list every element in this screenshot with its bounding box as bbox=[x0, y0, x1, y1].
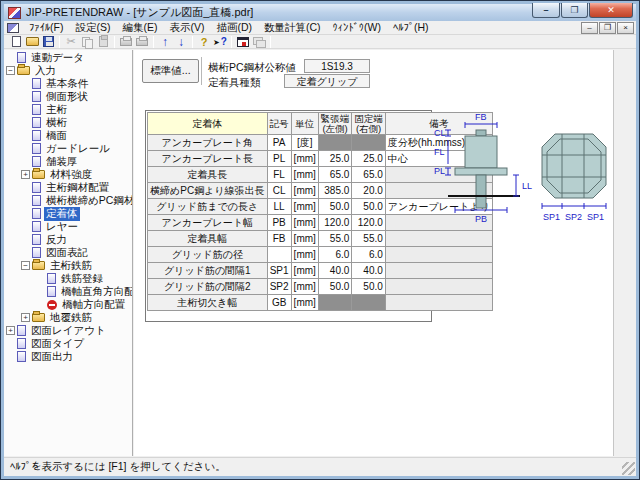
document-icon bbox=[32, 234, 41, 245]
open-button[interactable] bbox=[24, 35, 40, 48]
tree-item-side-shape[interactable]: 側面形状 bbox=[4, 90, 132, 103]
menu-edit[interactable]: 編集(E) bbox=[116, 21, 163, 34]
tree-item-guardrail[interactable]: ガードレール bbox=[4, 142, 132, 155]
menu-window[interactable]: ｳｨﾝﾄﾞｳ(W) bbox=[327, 21, 387, 34]
cell-left[interactable]: 120.0 bbox=[318, 215, 352, 231]
cell-right[interactable]: 65.0 bbox=[352, 167, 386, 183]
print-preview-button bbox=[134, 35, 150, 48]
mdi-restore-button[interactable]: ❐ bbox=[599, 22, 616, 34]
new-document-icon bbox=[12, 36, 21, 47]
cell-note[interactable] bbox=[385, 295, 492, 311]
tree-item-drawing-type[interactable]: 図面タイプ bbox=[4, 337, 132, 350]
table-row: 主桁切欠き幅 GB [mm] bbox=[148, 295, 493, 311]
cell-right[interactable]: 20.0 bbox=[352, 183, 386, 199]
tree-item-reaction[interactable]: 反力 bbox=[4, 233, 132, 246]
menu-quantity[interactable]: 数量計算(C) bbox=[258, 21, 327, 34]
cell-right[interactable]: 50.0 bbox=[352, 199, 386, 215]
tree-item-cross-girder[interactable]: 横桁 bbox=[4, 116, 132, 129]
cell-left[interactable]: 65.0 bbox=[318, 167, 352, 183]
cell-left[interactable]: 40.0 bbox=[318, 263, 352, 279]
tree-item-girder-steel-layout[interactable]: 主桁鋼材配置 bbox=[4, 181, 132, 194]
app-icon bbox=[8, 7, 21, 19]
tree-item-drawing-notation[interactable]: 図面表記 bbox=[4, 246, 132, 259]
tree-item-crossgirder-pc-steel-layout[interactable]: 横桁横締めPC鋼材配置 bbox=[4, 194, 132, 207]
table-row: グリッド筋の間隔1 SP1 [mm] 40.0 40.0 bbox=[148, 263, 493, 279]
cell-right[interactable]: 25.0 bbox=[352, 151, 386, 167]
resize-grip[interactable] bbox=[622, 462, 635, 475]
cell-right[interactable]: 120.0 bbox=[352, 215, 386, 231]
expand-icon[interactable]: + bbox=[6, 326, 15, 335]
context-help-button[interactable]: ➤? bbox=[212, 35, 228, 48]
tree-item-basic-conditions[interactable]: 基本条件 bbox=[4, 77, 132, 90]
expand-icon[interactable]: + bbox=[21, 313, 30, 322]
paste-icon bbox=[99, 36, 108, 47]
cell-left[interactable]: 385.0 bbox=[318, 183, 352, 199]
document-icon bbox=[17, 52, 26, 63]
tree-item-bridge-deck[interactable]: 橋面 bbox=[4, 129, 132, 142]
menu-view[interactable]: 表示(V) bbox=[163, 21, 210, 34]
cell-right[interactable]: 40.0 bbox=[352, 263, 386, 279]
document-icon bbox=[32, 208, 41, 219]
toolbar: ✂ ↑ ↓ ? ➤? bbox=[4, 35, 636, 49]
cell-note[interactable] bbox=[385, 247, 492, 263]
collapse-icon[interactable]: − bbox=[6, 66, 15, 75]
mdi-child-icon[interactable] bbox=[7, 23, 19, 33]
tree-item-girder-rebar[interactable]: −主桁鉄筋 bbox=[4, 259, 132, 272]
print-preview-icon bbox=[136, 38, 148, 46]
new-button[interactable] bbox=[8, 35, 24, 48]
menu-draw[interactable]: 描画(D) bbox=[210, 21, 258, 34]
tree-item-input[interactable]: −入力 bbox=[4, 64, 132, 77]
menu-help[interactable]: ﾍﾙﾌﾟ(H) bbox=[387, 21, 435, 34]
tree-item-anchorage[interactable]: 定着体 bbox=[4, 207, 132, 220]
cell-right bbox=[352, 135, 386, 151]
toolbar-separator bbox=[231, 36, 232, 48]
tree-item-material-strength[interactable]: +材料強度 bbox=[4, 168, 132, 181]
cell-left[interactable]: 25.0 bbox=[318, 151, 352, 167]
dim-label-pb: PB bbox=[475, 214, 487, 224]
menu-file[interactable]: ﾌｧｲﾙ(F) bbox=[23, 21, 69, 34]
tree-item-layer[interactable]: レヤー bbox=[4, 220, 132, 233]
help-button[interactable]: ? bbox=[196, 35, 212, 48]
cell-right[interactable]: 55.0 bbox=[352, 231, 386, 247]
mdi-close-button[interactable]: × bbox=[617, 22, 634, 34]
menu-settings[interactable]: 設定(S) bbox=[69, 21, 116, 34]
app-window: JIP-PRETENDRAW - [サンプル図面_直橋.pdr] – ❐ ✕ ﾌ… bbox=[0, 0, 640, 480]
anchorage-diagram: FB CL FL PL LL PB bbox=[434, 110, 610, 236]
window-view-button[interactable] bbox=[235, 35, 251, 48]
move-down-button[interactable]: ↓ bbox=[173, 35, 189, 48]
tree-item-drawing-output[interactable]: 図面出力 bbox=[4, 350, 132, 363]
standard-value-button[interactable]: 標準値... bbox=[142, 59, 199, 83]
expand-icon[interactable]: + bbox=[21, 170, 30, 179]
move-up-button[interactable]: ↑ bbox=[157, 35, 173, 48]
cell-right[interactable]: 6.0 bbox=[352, 247, 386, 263]
mdi-minimize-button[interactable]: – bbox=[581, 22, 598, 34]
cell-note[interactable] bbox=[385, 263, 492, 279]
cell-left[interactable]: 50.0 bbox=[318, 279, 352, 295]
col-header-fixed-end: 固定端(右側) bbox=[352, 113, 386, 135]
cell-left[interactable]: 55.0 bbox=[318, 231, 352, 247]
cell-left[interactable]: 6.0 bbox=[318, 247, 352, 263]
save-button[interactable] bbox=[40, 35, 56, 48]
pc-steel-nominal-value[interactable]: 1S19.3 bbox=[304, 59, 370, 73]
collapse-icon[interactable]: − bbox=[21, 261, 30, 270]
cell-right[interactable]: 50.0 bbox=[352, 279, 386, 295]
tree-item-curb-rebar[interactable]: +地覆鉄筋 bbox=[4, 311, 132, 324]
tree-item-linked-data[interactable]: 連動データ bbox=[4, 51, 132, 64]
work-area: 連動データ −入力 基本条件 側面形状 主桁 横桁 橋面 ガードレール 舗装厚 … bbox=[4, 50, 636, 456]
window-title: JIP-PRETENDRAW - [サンプル図面_直橋.pdr] bbox=[26, 5, 253, 20]
minimize-button[interactable]: – bbox=[532, 3, 560, 18]
tree-item-transverse-layout[interactable]: 橋軸直角方向配置 bbox=[4, 285, 132, 298]
tree-item-drawing-layout[interactable]: +図面レイアウト bbox=[4, 324, 132, 337]
close-button[interactable]: ✕ bbox=[589, 3, 633, 18]
maximize-button[interactable]: ❐ bbox=[561, 3, 588, 18]
col-header-symbol: 記号 bbox=[267, 113, 291, 135]
cell-left[interactable]: 50.0 bbox=[318, 199, 352, 215]
toolbar-separator bbox=[192, 36, 193, 48]
tree-item-longitudinal-layout[interactable]: 橋軸方向配置 bbox=[4, 298, 132, 311]
tree-item-main-girder[interactable]: 主桁 bbox=[4, 103, 132, 116]
anchor-type-value[interactable]: 定着グリップ bbox=[284, 74, 370, 88]
cell-note[interactable] bbox=[385, 279, 492, 295]
cell-left bbox=[318, 135, 352, 151]
tree-item-pavement-thickness[interactable]: 舗装厚 bbox=[4, 155, 132, 168]
tree-item-rebar-registration[interactable]: 鉄筋登録 bbox=[4, 272, 132, 285]
